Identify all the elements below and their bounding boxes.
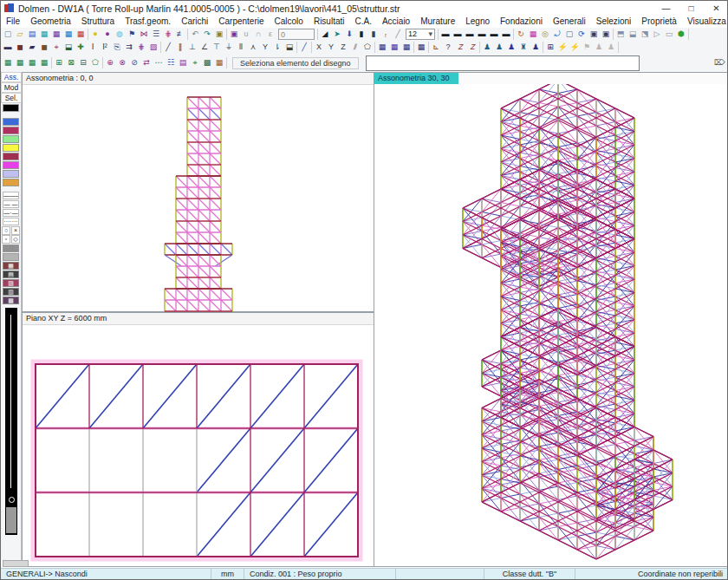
view-2-icon[interactable]: ▬ [452,29,464,40]
list-view-icon[interactable]: ☰ [150,29,162,40]
cube-2-icon[interactable]: ⬓ [627,29,639,40]
fill-pattern-3[interactable]: ▥ [3,288,19,296]
orbit-view-icon[interactable]: ⟳ [575,29,588,40]
sel-save-icon[interactable]: ▦ [213,57,225,68]
elevation-canvas[interactable] [23,85,374,312]
plan-canvas[interactable] [23,325,374,567]
menu-struttura[interactable]: Struttura [76,16,120,28]
dim-tool-icon[interactable]: ⊾ [430,42,442,53]
fill-pattern-2[interactable]: ▨ [3,279,19,287]
axis-z-icon[interactable]: Z [337,42,349,53]
menu-c-a-[interactable]: C.A. [349,16,376,28]
clipboard-icon[interactable]: ▣ [213,29,225,40]
support-c-icon[interactable]: ♟ [505,42,517,53]
draw-perp-icon[interactable]: ⊥ [186,42,198,53]
win-prev-icon[interactable]: ⊟ [77,57,89,68]
menu-legno[interactable]: Legno [460,16,495,28]
cube-3-icon[interactable]: ⬔ [639,29,651,40]
shade-2-icon[interactable]: ▣ [600,29,612,40]
profile-i2-icon[interactable]: Ⅰ² [99,42,111,53]
slider-knob[interactable] [9,497,15,503]
palette-color-6[interactable] [3,170,19,178]
sel-swap-icon[interactable]: ⇄ [140,57,153,68]
letter-e-icon[interactable]: ε [264,29,276,40]
cube-1-icon[interactable]: ⬒ [614,29,627,40]
refresh-view-icon[interactable]: ↻ [515,29,527,40]
ghost-c-icon[interactable]: ♟ [605,42,617,53]
command-input[interactable] [366,55,640,71]
node-symbol-0[interactable]: ○ [2,226,10,235]
sel-near-icon[interactable]: ⌖ [189,57,201,68]
beam-h-icon[interactable]: ▬ [2,42,14,53]
close-button[interactable]: ✕ [704,1,728,16]
import-model-icon[interactable]: ▦ [38,29,50,40]
add-element-icon[interactable]: ✚ [75,42,87,53]
sidebar-mode-mod[interactable]: Mod [1,82,22,93]
line-style-2[interactable]: —·—· [3,209,19,217]
sel-grid-c-icon[interactable]: ▦ [400,42,413,53]
table-view-icon[interactable]: ⊞ [544,42,556,53]
support-e-icon[interactable]: ♟ [530,42,542,53]
support-d-icon[interactable]: ♜ [517,42,530,53]
support-b-icon[interactable]: ♟ [493,42,505,53]
letter-n-icon[interactable]: ∩ [252,29,264,40]
gray-swatch-1[interactable] [3,253,19,261]
palette-color-4[interactable] [3,153,19,160]
node-symbol-3[interactable]: ◇ [11,235,20,244]
palette-color-2[interactable] [3,135,19,143]
truss-view-icon[interactable]: ⋕ [162,29,174,40]
save-icon[interactable]: ▤ [26,29,38,40]
axis-x-icon[interactable]: X [313,42,325,53]
line-style-1[interactable]: — — — [3,200,19,208]
elevation-panel-header[interactable]: Assonometria : 0, 0 [23,73,374,85]
view-6-icon[interactable]: ▬ [500,29,512,40]
array-beam-icon[interactable]: ⋕ [135,42,147,53]
render-sphere-icon[interactable]: ● [89,29,101,40]
palette-color-1[interactable] [3,127,19,134]
material-sphere-icon[interactable]: ● [101,29,114,40]
iso-3d-panel-header[interactable]: Assonometria 30, 30 [374,73,727,84]
maximize-button[interactable]: □ [679,1,704,16]
menu-visualizza[interactable]: Visualizza [682,16,728,28]
ghost-b-icon[interactable]: ♟ [593,42,605,53]
node-flag-icon[interactable]: ⚑ [126,29,138,40]
minimize-button[interactable]: — [653,1,679,16]
draw-zline-icon[interactable]: ⇂ [271,42,283,53]
font-size-select[interactable]: 12▾ [406,29,435,40]
open-folder-icon[interactable]: ▱ [14,29,26,40]
slider-grip[interactable] [6,507,16,533]
diag-line-icon[interactable]: ╱ [298,42,310,53]
draw-triple-icon[interactable]: ⦀ [235,42,247,53]
brush-icon[interactable]: ╱ [392,29,404,40]
win-cross-icon[interactable]: ⊠ [65,57,77,68]
draw-ground-icon[interactable]: ⏚ [223,42,235,53]
menu-murature[interactable]: Murature [415,16,460,28]
menu-calcolo[interactable]: Calcolo [270,16,309,28]
slope-b-icon[interactable]: 𝘡 [466,42,478,53]
coordinate-input[interactable] [278,29,315,40]
beam-3d-icon[interactable]: ⬓ [62,42,75,53]
line-style-3[interactable]: ······· [3,218,19,225]
grid-view-icon[interactable]: ▦ [527,29,539,40]
draw-wye-icon[interactable]: Y [259,42,271,53]
beam-solid-icon[interactable]: ◼ [14,42,26,53]
run-all-icon[interactable]: ⚡ [569,42,581,53]
solid-box-icon[interactable]: ⬢ [675,29,687,40]
filter-shells-icon[interactable]: ▦ [26,57,38,68]
bold-block-icon[interactable]: ▮ [355,29,367,40]
menu-propriet-[interactable]: Proprietà [636,16,682,28]
support-a-icon[interactable]: ♟ [481,42,493,53]
view-5-icon[interactable]: ▬ [488,29,500,40]
menu-geometria[interactable]: Geometria [25,16,76,28]
draw-line-icon[interactable]: ╱ [162,42,174,53]
axis-y-icon[interactable]: Y [325,42,337,53]
slope-a-icon[interactable]: 𝘡 [454,42,466,53]
palette-color-3[interactable] [3,144,19,152]
sel-remove-icon[interactable]: ⊗ [116,57,128,68]
subscript-icon[interactable]: ᵣ [380,29,392,40]
axis-par-icon[interactable]: ⫽ [349,42,361,53]
polygon-icon[interactable]: ⬠ [361,42,374,53]
fill-pattern-0[interactable]: ▦ [3,262,19,270]
sel-box-icon[interactable]: ▩ [201,57,213,68]
fill-tool-icon[interactable]: ◢ [319,29,331,40]
